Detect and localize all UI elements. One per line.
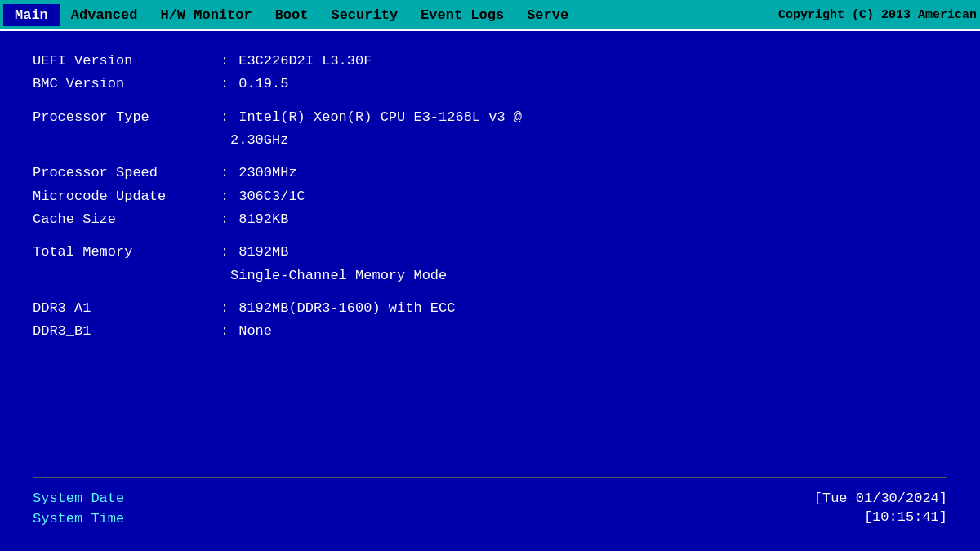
ddr3-b1-row: DDR3_B1 : None — [33, 321, 947, 342]
menu-item-security[interactable]: Security — [319, 4, 409, 26]
processor-speed-row: Processor Speed : 2300MHz — [33, 162, 947, 184]
system-date-value: [Tue 01/30/2024] — [814, 491, 947, 506]
microcode-update-row: Microcode Update : 306C3/1C — [33, 186, 947, 207]
processor-speed-value: 2300MHz — [238, 162, 296, 184]
microcode-separator: : — [220, 186, 229, 207]
total-memory-row: Total Memory : 8192MB — [33, 242, 947, 263]
processor-speed-separator: : — [220, 162, 229, 184]
total-memory-row2: Single-Channel Memory Mode — [33, 265, 947, 287]
ddr3-a1-row: DDR3_A1 : 8192MB(DDR3-1600) with ECC — [33, 298, 947, 319]
processor-type-row2: 2.30GHz — [33, 130, 947, 151]
system-time-value: [10:15:41] — [864, 509, 947, 525]
system-time-label[interactable]: System Time — [33, 511, 220, 527]
bmc-separator: : — [220, 73, 229, 95]
total-memory-value: 8192MB — [238, 242, 288, 263]
microcode-update-label: Microcode Update — [33, 186, 220, 207]
menu-item-boot[interactable]: Boot — [264, 4, 320, 26]
uefi-separator: : — [220, 51, 229, 72]
processor-speed-label: Processor Speed — [33, 162, 220, 184]
total-memory-separator: : — [220, 242, 229, 263]
menu-item-eventlogs[interactable]: Event Logs — [409, 4, 515, 26]
uefi-version-value: E3C226D2I L3.30F — [238, 51, 372, 72]
uefi-version-row: UEFI Version : E3C226D2I L3.30F — [33, 51, 947, 72]
uefi-version-label: UEFI Version — [33, 51, 220, 72]
processor-type-label: Processor Type — [33, 107, 220, 128]
processor-type-row: Processor Type : Intel(R) Xeon(R) CPU E3… — [33, 107, 947, 128]
bottom-left: System Date System Time — [33, 491, 220, 527]
cache-size-row: Cache Size : 8192KB — [33, 209, 947, 230]
system-date-label[interactable]: System Date — [33, 491, 220, 506]
ddr3-b1-separator: : — [220, 321, 229, 342]
cache-separator: : — [220, 209, 229, 230]
total-memory-label: Total Memory — [33, 242, 220, 263]
bottom-right: [Tue 01/30/2024] [10:15:41] — [814, 491, 947, 525]
main-content: UEFI Version : E3C226D2I L3.30F BMC Vers… — [0, 31, 980, 361]
ddr3-a1-label: DDR3_A1 — [33, 298, 220, 319]
ddr3-a1-separator: : — [220, 298, 229, 319]
info-table: UEFI Version : E3C226D2I L3.30F BMC Vers… — [33, 51, 947, 343]
bmc-version-value: 0.19.5 — [238, 73, 288, 95]
menu-bar: Main Advanced H/W Monitor Boot Security … — [0, 0, 980, 31]
bmc-version-row: BMC Version : 0.19.5 — [33, 73, 947, 95]
menu-item-hwmonitor[interactable]: H/W Monitor — [149, 4, 263, 26]
ddr3-b1-value: None — [238, 321, 272, 342]
total-memory-value2: Single-Channel Memory Mode — [230, 265, 447, 287]
cache-size-value: 8192KB — [238, 209, 288, 230]
copyright-text: Copyright (C) 2013 American — [778, 8, 977, 22]
menu-item-advanced[interactable]: Advanced — [60, 4, 149, 26]
ddr3-a1-value: 8192MB(DDR3-1600) with ECC — [238, 298, 455, 319]
processor-type-value2: 2.30GHz — [230, 130, 288, 151]
microcode-update-value: 306C3/1C — [238, 186, 305, 207]
bios-screen: Main Advanced H/W Monitor Boot Security … — [0, 0, 980, 551]
cache-size-label: Cache Size — [33, 209, 220, 230]
processor-type-value: Intel(R) Xeon(R) CPU E3-1268L v3 @ — [238, 107, 522, 128]
processor-type-separator: : — [220, 107, 229, 128]
bmc-version-label: BMC Version — [33, 73, 220, 95]
ddr3-b1-label: DDR3_B1 — [33, 321, 220, 342]
bottom-section: System Date System Time [Tue 01/30/2024]… — [33, 477, 947, 527]
menu-item-serve[interactable]: Serve — [515, 4, 580, 26]
menu-item-main[interactable]: Main — [3, 4, 60, 26]
